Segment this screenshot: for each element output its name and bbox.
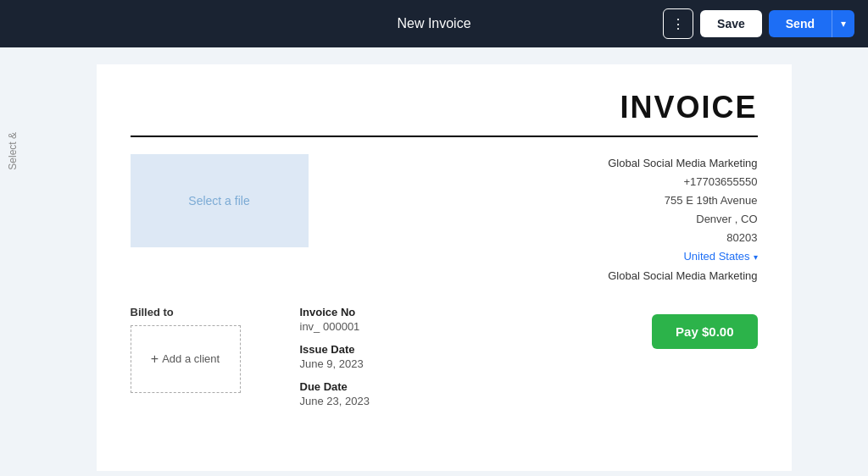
issue-date-value: June 9, 2023 [300, 357, 470, 370]
left-sidebar: Select & [0, 47, 19, 476]
company-address: 755 E 19th Avenue [608, 191, 757, 210]
invoice-details-row: Billed to + Add a client Invoice No inv_… [131, 306, 758, 418]
company-zip: 80203 [608, 229, 757, 247]
app-header: New Invoice ⋮ Save Send ▾ [0, 0, 868, 47]
save-button[interactable]: Save [700, 10, 762, 37]
pay-button[interactable]: Pay $0.00 [652, 314, 757, 349]
country-chevron-icon: ▾ [754, 250, 758, 264]
invoice-top-section: Select a file Global Social Media Market… [131, 154, 758, 285]
logo-placeholder-text: Select a file [188, 194, 249, 208]
plus-icon: + [151, 351, 159, 367]
country-name: United States [683, 247, 749, 266]
issue-date-label: Issue Date [300, 343, 470, 356]
add-client-button[interactable]: + Add a client [131, 325, 241, 393]
more-options-button[interactable]: ⋮ [663, 8, 693, 39]
send-button[interactable]: Send [769, 10, 832, 37]
select-label: Select & [7, 132, 19, 170]
header-actions: ⋮ Save Send ▾ [663, 8, 854, 39]
billed-to-section: Billed to + Add a client [131, 306, 266, 393]
page-title: New Invoice [397, 16, 470, 31]
invoice-container: INVOICE Select a file Global Social Medi… [19, 47, 868, 476]
due-date-label: Due Date [300, 380, 470, 393]
company-phone: +17703655550 [608, 173, 757, 191]
due-date-row: Due Date June 23, 2023 [300, 380, 470, 407]
invoice-paper: INVOICE Select a file Global Social Medi… [97, 64, 792, 471]
invoice-no-row: Invoice No inv_ 000001 [300, 306, 470, 333]
invoice-title: INVOICE [620, 90, 757, 125]
logo-upload-area[interactable]: Select a file [131, 154, 309, 247]
company-info: Global Social Media Marketing +177036555… [608, 154, 757, 285]
main-content: Select & INVOICE Select a file Global So… [0, 47, 868, 476]
issue-date-row: Issue Date June 9, 2023 [300, 343, 470, 370]
country-selector[interactable]: United States ▾ [608, 247, 757, 266]
company-name: Global Social Media Marketing [608, 154, 757, 173]
due-date-value: June 23, 2023 [300, 395, 470, 407]
company-bottom-name: Global Social Media Marketing [608, 267, 757, 285]
company-city: Denver , CO [608, 210, 757, 229]
invoice-actions: Pay $0.00 [652, 306, 757, 349]
invoice-header-row: INVOICE [131, 90, 758, 137]
send-button-group: Send ▾ [769, 10, 854, 37]
invoice-no-label: Invoice No [300, 306, 470, 318]
chevron-down-icon: ▾ [841, 18, 846, 30]
add-client-text: Add a client [162, 352, 220, 365]
send-dropdown-button[interactable]: ▾ [832, 10, 854, 37]
invoice-no-value: inv_ 000001 [300, 320, 470, 333]
billed-to-label: Billed to [131, 306, 266, 318]
more-icon: ⋮ [671, 16, 686, 32]
invoice-meta: Invoice No inv_ 000001 Issue Date June 9… [300, 306, 470, 418]
